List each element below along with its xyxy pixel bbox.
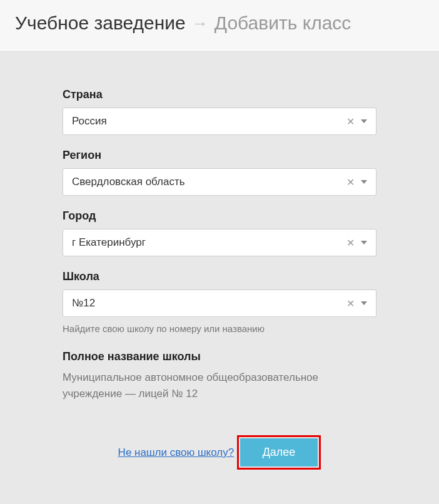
clear-icon[interactable]: ✕ [345,175,356,189]
chevron-down-icon[interactable] [361,180,367,184]
city-select[interactable]: г Екатеринбург ✕ [63,229,376,256]
breadcrumb-current: Добавить класс [214,13,351,34]
next-button-highlight: Далее [237,435,321,470]
country-value: Россия [72,115,107,128]
form-container: Страна Россия ✕ Регион Свердловская обла… [0,52,439,488]
city-value: г Екатеринбург [72,236,146,249]
full-name-section: Полное название школы Муниципальное авто… [63,350,376,401]
clear-icon[interactable]: ✕ [345,296,356,311]
school-field: Школа №12 ✕ Найдите свою школу по номеру… [63,270,376,334]
full-name-value: Муниципальное автономное общеобразовател… [63,370,376,401]
next-button[interactable]: Далее [240,438,318,466]
clear-icon[interactable]: ✕ [345,114,356,129]
school-value: №12 [72,297,95,310]
country-label: Страна [63,88,376,101]
clear-icon[interactable]: ✕ [345,236,356,250]
region-select[interactable]: Свердловская область ✕ [63,168,376,196]
city-field: Город г Екатеринбург ✕ [63,209,376,256]
form-footer: Не нашли свою школу? Далее [63,421,376,470]
region-field: Регион Свердловская область ✕ [63,149,376,196]
school-hint: Найдите свою школу по номеру или названи… [63,323,376,334]
breadcrumb-root[interactable]: Учебное заведение [15,13,186,34]
chevron-down-icon[interactable] [361,301,367,305]
breadcrumb: Учебное заведение → Добавить класс [15,13,424,34]
chevron-down-icon[interactable] [361,119,367,123]
chevron-down-icon[interactable] [361,241,367,244]
arrow-right-icon: → [192,14,208,33]
country-field: Страна Россия ✕ [63,88,376,135]
region-label: Регион [63,149,376,162]
region-value: Свердловская область [72,176,185,188]
page-header: Учебное заведение → Добавить класс [0,0,439,52]
not-found-link[interactable]: Не нашли свою школу? [118,446,235,458]
school-select[interactable]: №12 ✕ [63,290,376,317]
school-label: Школа [63,270,376,283]
country-select[interactable]: Россия ✕ [63,108,376,135]
full-name-label: Полное название школы [63,350,376,363]
city-label: Город [63,209,376,223]
